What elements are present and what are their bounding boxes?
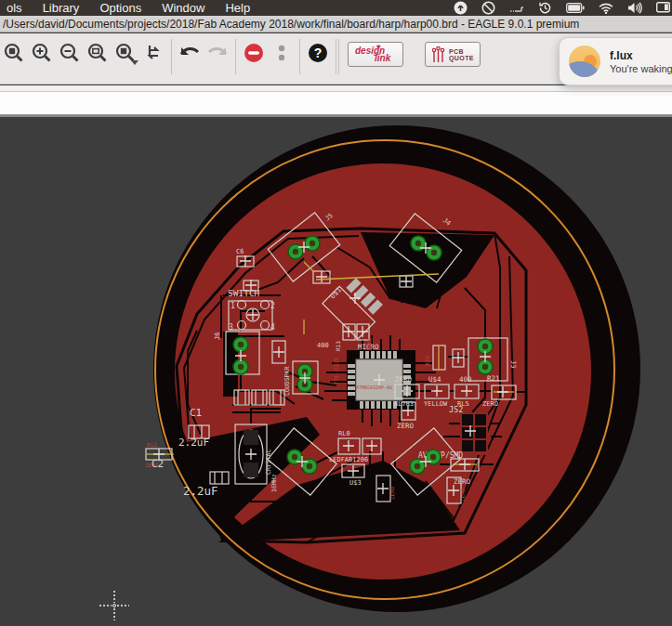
svg-text:?: ? [314,46,323,60]
board-canvas[interactable]: J5 J4 C6 SWITCH 1 [0,117,672,626]
svg-text:400: 400 [317,342,329,349]
svg-text:3: 3 [229,323,233,332]
isp-header-js2 [460,412,488,455]
svg-text:ZERO: ZERO [454,477,471,486]
upload-circle-icon[interactable] [454,1,468,15]
zoom-out-button[interactable] [56,39,84,67]
pcb-traces-icon [431,46,445,63]
toolbar-lower-strip [0,85,672,92]
svg-text:U$3: U$3 [349,479,362,487]
svg-text:C2: C2 [152,458,164,470]
time-machine-icon[interactable] [538,1,552,15]
stop-button[interactable] [240,39,268,67]
svg-text:U$4: U$4 [428,375,441,384]
do-not-disturb-icon[interactable] [481,1,495,15]
menu-tools-partial[interactable]: ols [0,1,33,15]
svg-text:2: 2 [270,302,275,310]
zoom-window-button[interactable] [84,39,112,67]
svg-text:ZERO: ZERO [395,375,413,384]
window-title: /Users/david/Documents/projects/2018/Fab… [0,16,672,33]
svg-text:J3: J3 [509,360,517,368]
pcb-quote-label-2: QUOTE [449,55,474,61]
input-source-icon[interactable] [509,3,524,14]
svg-text:R13: R13 [335,341,341,351]
display-icon[interactable] [656,2,670,14]
swap-layers-button[interactable] [139,39,167,67]
svg-text:TTL-232R: TTL-232R [333,358,339,385]
svg-text:ZERO: ZERO [459,488,466,502]
svg-text:2.2uF: 2.2uF [178,437,209,449]
notification-message: You're waking [610,63,672,74]
svg-text:ZERO: ZERO [366,337,373,351]
svg-text:16MHz: 16MHz [270,474,278,492]
zoom-to-fit-button[interactable] [0,39,28,67]
svg-text:J6: J6 [214,333,221,340]
eagle-window: ols Library Options Window Help /Users/d… [0,0,672,626]
battery-icon[interactable] [566,3,585,13]
design-link-button[interactable]: design ♥ link [348,42,403,67]
wifi-icon[interactable] [599,3,613,14]
svg-text:R12: R12 [147,441,157,448]
flux-notification[interactable]: f.lux You're waking [559,37,672,85]
zoom-dropdown-arrow[interactable] [131,60,138,65]
menu-options[interactable]: Options [89,1,152,15]
svg-text:400: 400 [459,375,472,384]
help-button[interactable]: ? [304,39,332,67]
svg-text:YELLOW: YELLOW [424,400,448,408]
svg-text:ZERO: ZERO [482,400,498,408]
pcb-drawing: J5 J4 C6 SWITCH 1 [0,117,672,626]
svg-text:SWITCH: SWITCH [228,288,260,298]
crosshair-cursor [99,591,129,620]
undo-button[interactable] [176,39,204,67]
volume-icon[interactable] [627,2,642,14]
heart-icon: ♥ [376,43,381,51]
svg-text:RL0: RL0 [338,430,350,437]
pcb-quote-button[interactable]: PCB QUOTE [425,42,481,67]
zoom-in-button[interactable] [28,39,56,67]
more-options-button[interactable] [268,39,296,67]
svg-text:C6: C6 [236,248,244,255]
svg-text:1: 1 [231,302,235,310]
svg-text:RL7R3: RL7R3 [394,400,414,408]
pcb-quote-label-1: PCB [449,48,474,55]
menu-help[interactable]: Help [215,1,260,15]
svg-text:ZERO: ZERO [389,486,395,500]
menu-bar: ols Library Options Window Help [0,0,672,16]
menu-window[interactable]: Window [152,1,215,15]
svg-text:ATMEGA328P-AU: ATMEGA328P-AU [356,385,392,390]
notification-title: f.lux [610,49,672,63]
svg-text:4: 4 [270,323,275,332]
design-link-label-2: link [375,53,390,63]
svg-text:ZERO: ZERO [397,422,415,430]
svg-text:2.2uF: 2.2uF [183,484,218,498]
redo-button[interactable] [204,39,231,67]
command-line-input[interactable] [0,92,672,115]
flux-app-icon [569,46,600,77]
svg-text:R21: R21 [487,374,500,383]
svg-text:C1: C1 [190,407,202,419]
menu-library[interactable]: Library [33,1,90,15]
svg-text:R20: R20 [424,356,430,366]
zoom-redraw-button[interactable] [112,39,139,67]
